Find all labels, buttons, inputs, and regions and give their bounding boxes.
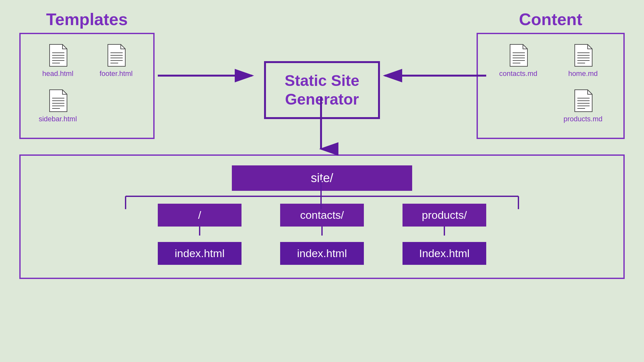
footer-html-label: footer.html xyxy=(99,70,133,78)
home-md-icon xyxy=(573,44,593,67)
file-contacts-index: index.html xyxy=(280,242,364,265)
file-products-index: Index.html xyxy=(402,242,486,265)
products-md-icon xyxy=(573,89,593,112)
home-md-item: home.md xyxy=(552,44,614,78)
home-md-label: home.md xyxy=(568,70,598,78)
content-section: Content cont xyxy=(477,10,625,139)
dir-root: / xyxy=(158,204,242,227)
templates-section: Templates he xyxy=(19,10,155,139)
content-box: contacts.md xyxy=(477,33,625,139)
diagram-container: Templates he xyxy=(0,0,644,362)
products-md-label: products.md xyxy=(564,115,602,123)
generator-section: Static Site Generator xyxy=(264,61,380,119)
footer-html-icon xyxy=(107,44,126,67)
output-tree: / index.html contacts/ index.html produc… xyxy=(40,204,604,265)
branch-products: products/ Index.html xyxy=(383,204,506,265)
content-title: Content xyxy=(519,10,582,29)
sidebar-html-icon xyxy=(48,89,68,112)
products-md-item: products.md xyxy=(552,89,614,123)
branch-contacts: contacts/ index.html xyxy=(261,204,383,265)
generator-box: Static Site Generator xyxy=(264,61,380,119)
head-html-item: head.html xyxy=(30,44,85,78)
contacts-md-item: contacts.md xyxy=(488,44,549,78)
generator-label: Static Site Generator xyxy=(285,72,359,108)
top-section: Templates he xyxy=(19,10,625,148)
site-dir-bar: site/ xyxy=(232,165,412,191)
head-html-label: head.html xyxy=(42,70,73,78)
dir-products: products/ xyxy=(402,204,486,227)
branch-root: / index.html xyxy=(138,204,261,265)
templates-box: head.html xyxy=(19,33,155,139)
generator-title: Static Site Generator xyxy=(285,71,359,108)
file-root-index: index.html xyxy=(158,242,242,265)
sidebar-html-item: sidebar.html xyxy=(30,89,85,123)
contacts-md-label: contacts.md xyxy=(499,70,537,78)
contacts-md-icon xyxy=(509,44,528,67)
output-section: site/ / index.html contacts/ index.html … xyxy=(19,154,625,279)
templates-title: Templates xyxy=(46,10,128,29)
footer-html-item: footer.html xyxy=(89,44,144,78)
sidebar-html-label: sidebar.html xyxy=(39,115,77,123)
head-html-icon xyxy=(48,44,68,67)
dir-contacts: contacts/ xyxy=(280,204,364,227)
